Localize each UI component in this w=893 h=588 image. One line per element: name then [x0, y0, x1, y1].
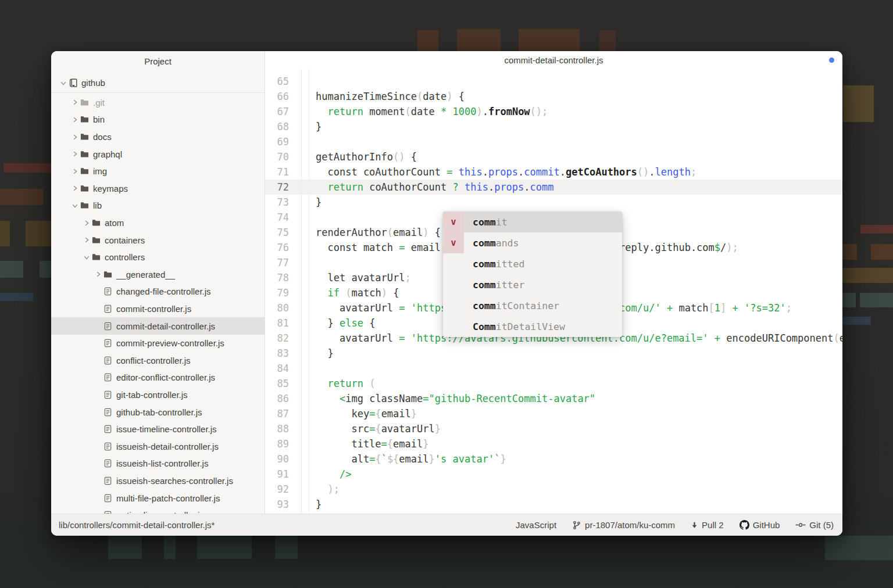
chevron-right-icon[interactable]	[81, 236, 92, 243]
language-indicator[interactable]: JavaScript	[516, 520, 556, 530]
line-number[interactable]: 73	[265, 195, 301, 210]
line-number[interactable]: 78	[265, 270, 301, 285]
line-number[interactable]: 83	[265, 346, 301, 361]
tree-item-git-tab-controller-js[interactable]: git-tab-controller.js	[51, 386, 265, 404]
line-number[interactable]: 76	[265, 240, 301, 255]
autocomplete-suggestion-commitdetailview[interactable]: CommitDetailView	[443, 316, 622, 337]
tree-item-keymaps[interactable]: keymaps	[51, 180, 265, 198]
github-panel-button[interactable]: GitHub	[740, 520, 780, 530]
line-number[interactable]: 66	[265, 89, 301, 104]
tree-item-issue-timeline-controller-js[interactable]: issue-timeline-controller.js	[51, 421, 265, 438]
tree-item-pr-timeline-controller-js[interactable]: pr-timeline-controller.js	[51, 507, 265, 514]
code-line-89[interactable]: 89 title={email}	[265, 436, 842, 451]
code-line-69[interactable]: 69	[265, 134, 842, 149]
tree-item-containers[interactable]: containers	[51, 231, 265, 249]
editor-pane[interactable]: commit-detail-controller.js 6566humanize…	[265, 51, 842, 514]
tree-item-github[interactable]: github	[51, 74, 265, 92]
line-number[interactable]: 74	[265, 210, 301, 225]
line-number[interactable]: 91	[265, 467, 301, 482]
chevron-right-icon[interactable]	[70, 150, 80, 157]
tree-item-bin[interactable]: bin	[51, 111, 265, 128]
tree-item-docs[interactable]: docs	[51, 128, 265, 146]
line-number[interactable]: 85	[265, 376, 301, 391]
chevron-down-icon[interactable]	[58, 80, 69, 87]
code-line-70[interactable]: 70getAuthorInfo() {	[265, 149, 842, 164]
line-number[interactable]: 79	[265, 285, 301, 300]
code-line-83[interactable]: 83 }	[265, 346, 842, 361]
tree-item-commit-controller-js[interactable]: commit-controller.js	[51, 300, 265, 318]
line-number[interactable]: 92	[265, 482, 301, 497]
tree-item-issueish-list-controller-js[interactable]: issueish-list-controller.js	[51, 455, 265, 472]
chevron-right-icon[interactable]	[81, 220, 92, 227]
tree-item-graphql[interactable]: graphql	[51, 145, 265, 163]
autocomplete-popup[interactable]: vcommitvcommandscommittedcommittercommit…	[443, 211, 622, 337]
line-number[interactable]: 77	[265, 255, 301, 270]
code-line-65[interactable]: 65	[265, 74, 842, 89]
code-line-71[interactable]: 71 const coAuthorCount = this.props.comm…	[265, 164, 842, 180]
tree-item-conflict-controller-js[interactable]: conflict-controller.js	[51, 352, 265, 370]
code-line-93[interactable]: 93}	[265, 497, 842, 512]
code-editor[interactable]: 6566humanizeTimeSince(date) {67 return m…	[265, 69, 842, 514]
chevron-right-icon[interactable]	[70, 99, 80, 106]
chevron-down-icon[interactable]	[81, 254, 92, 261]
tree-item-commit-preview-controller-js[interactable]: commit-preview-controller.js	[51, 335, 265, 352]
code-line-73[interactable]: 73}	[265, 195, 842, 210]
code-line-67[interactable]: 67 return moment(date * 1000).fromNow();	[265, 104, 842, 119]
code-line-92[interactable]: 92 );	[265, 482, 842, 497]
line-number[interactable]: 81	[265, 315, 301, 331]
chevron-right-icon[interactable]	[70, 116, 80, 123]
code-line-72[interactable]: 72 return coAuthorCount ? this.props.com…	[265, 180, 842, 195]
autocomplete-suggestion-committed[interactable]: committed	[443, 253, 622, 274]
code-line-90[interactable]: 90 alt={`${email}'s avatar'`}	[265, 451, 842, 467]
line-number[interactable]: 82	[265, 331, 301, 346]
line-number[interactable]: 68	[265, 119, 301, 134]
tree-item--git[interactable]: .git	[51, 94, 265, 112]
tree-item-controllers[interactable]: controllers	[51, 249, 265, 266]
git-panel-button[interactable]: Git (5)	[795, 520, 834, 530]
autocomplete-suggestion-commands[interactable]: vcommands	[443, 232, 622, 253]
tree-item--generated-[interactable]: __generated__	[51, 266, 265, 284]
tree-item-issueish-searches-controller-js[interactable]: issueish-searches-controller.js	[51, 472, 265, 490]
code-line-85[interactable]: 85 return (	[265, 376, 842, 391]
chevron-down-icon[interactable]	[70, 202, 80, 209]
line-number[interactable]: 70	[265, 149, 301, 164]
code-line-88[interactable]: 88 src={avatarUrl}	[265, 421, 842, 436]
chevron-right-icon[interactable]	[70, 134, 80, 141]
branch-indicator[interactable]: pr-1807/atom/ku-comm	[572, 520, 675, 530]
line-number[interactable]: 86	[265, 391, 301, 406]
code-line-87[interactable]: 87 key={email}	[265, 406, 842, 421]
pull-indicator[interactable]: Pull 2	[691, 520, 724, 530]
line-number[interactable]: 75	[265, 225, 301, 240]
line-number[interactable]: 72	[265, 180, 301, 195]
tree-item-changed-file-controller-js[interactable]: changed-file-controller.js	[51, 283, 265, 300]
line-number[interactable]: 84	[265, 361, 301, 376]
line-number[interactable]: 90	[265, 451, 301, 467]
line-number[interactable]: 65	[265, 74, 301, 89]
tree-item-editor-conflict-controller-js[interactable]: editor-conflict-controller.js	[51, 369, 265, 386]
autocomplete-suggestion-committer[interactable]: committer	[443, 274, 622, 295]
chevron-right-icon[interactable]	[93, 271, 103, 278]
line-number[interactable]: 87	[265, 406, 301, 421]
autocomplete-suggestion-commit[interactable]: vcommit	[443, 211, 622, 232]
line-number[interactable]: 89	[265, 436, 301, 451]
project-tree-panel[interactable]: Project github .gitbindocsgraphqlimgkeym…	[51, 51, 265, 514]
tree-item-issueish-detail-controller-js[interactable]: issueish-detail-controller.js	[51, 438, 265, 455]
code-line-84[interactable]: 84	[265, 361, 842, 376]
tree-item-lib[interactable]: lib	[51, 197, 265, 214]
line-number[interactable]: 93	[265, 497, 301, 512]
chevron-right-icon[interactable]	[70, 168, 80, 175]
autocomplete-suggestion-commitcontainer[interactable]: commitContainer	[443, 295, 622, 316]
line-number[interactable]: 88	[265, 421, 301, 436]
code-line-66[interactable]: 66humanizeTimeSince(date) {	[265, 89, 842, 104]
tree-item-atom[interactable]: atom	[51, 214, 265, 232]
tree-item-commit-detail-controller-js[interactable]: commit-detail-controller.js	[51, 317, 265, 335]
tree-item-img[interactable]: img	[51, 163, 265, 180]
code-line-68[interactable]: 68}	[265, 119, 842, 134]
code-line-91[interactable]: 91 />	[265, 467, 842, 482]
code-line-86[interactable]: 86 <img className="github-RecentCommit-a…	[265, 391, 842, 406]
file-tree[interactable]: .gitbindocsgraphqlimgkeymapslibatomconta…	[51, 94, 265, 514]
tree-item-multi-file-patch-controller-js[interactable]: multi-file-patch-controller.js	[51, 489, 265, 507]
line-number[interactable]: 69	[265, 134, 301, 149]
tree-item-github-tab-controller-js[interactable]: github-tab-controller.js	[51, 403, 265, 421]
chevron-right-icon[interactable]	[70, 185, 80, 192]
